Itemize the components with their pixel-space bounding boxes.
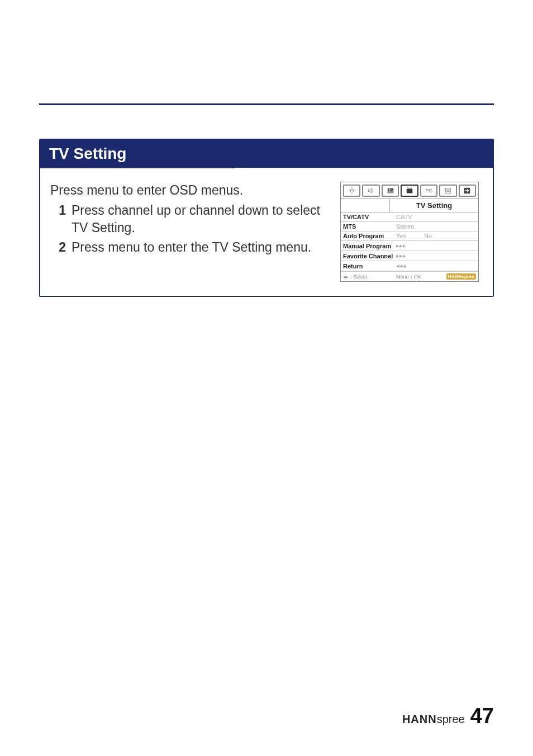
osd-tab-pc: PC [420,185,437,197]
osd-row-favorite-channel: Favorite Channel ▸▸▸ [341,251,478,261]
osd-label: Favorite Channel [343,253,396,259]
osd-value: Stereo [396,223,414,230]
osd-label: Auto Program [343,233,396,239]
step-item: 1 Press channel up or channel down to se… [50,202,326,237]
osd-row-auto-program: Auto Program Yes No [341,231,478,241]
svg-rect-7 [407,189,413,193]
osd-label: MTS [343,223,396,230]
osd-tab-row: PC [341,182,478,199]
osd-arrow-right-icon: ▸▸▸ [396,252,406,259]
osd-tab-sound-icon [362,185,379,197]
top-divider [39,103,494,105]
osd-row-manual-program: Manual Program ▸▸▸ [341,241,478,251]
osd-arrow-right-icon: ▸▸▸ [396,242,406,249]
section-title: TV Setting [40,139,235,168]
section-header-strip: TV Setting [40,140,493,168]
svg-line-8 [407,187,408,189]
svg-line-9 [411,187,412,189]
osd-arrow-left-icon: ◂◂◂ [396,262,406,270]
osd-screenshot: PC TV Setting TV/CATV C [340,182,479,282]
brand-part-1: HANN [402,713,437,725]
page-footer: HANNspree 47 [39,687,494,728]
svg-point-0 [350,189,353,192]
step-number: 2 [50,239,66,256]
osd-label: Return [343,263,396,270]
osd-row-return: Return ◂◂◂ [341,261,478,271]
osd-title: TV Setting [390,199,478,212]
osd-tab-brightness-icon [343,185,360,197]
osd-tab-picture-icon [382,185,399,197]
step-number: 1 [50,202,66,237]
osd-label: Manual Program [343,243,396,249]
osd-tab-tv-icon [401,185,418,197]
intro-text: Press menu to enter OSD menus. [50,182,326,199]
osd-footer-brand: HANNspree [446,273,476,280]
osd-value-2: No [424,233,432,239]
step-text: Press menu to enter the TV Setting menu. [72,239,326,256]
page-number: 47 [470,704,494,728]
osd-row-mts: MTS Stereo [341,222,478,231]
step-item: 2 Press menu to enter the TV Setting men… [50,239,326,256]
osd-value: CATV [396,214,412,220]
step-text: Press channel up or channel down to sele… [72,202,326,237]
svg-point-6 [388,189,390,191]
brand-logo: HANNspree [402,713,465,726]
osd-footer-menu: Menu ↕ OK [396,274,446,280]
brand-part-2: spree [437,713,465,725]
content-box: TV Setting Press menu to enter OSD menus… [39,139,494,297]
osd-label: TV/CATV [343,214,396,220]
osd-value: Yes [396,233,406,239]
osd-row-tv-catv: TV/CATV CATV [341,212,478,222]
osd-tab-pc-label: PC [425,188,432,193]
osd-select-arrows-icon: ◂▸ [343,274,349,280]
osd-footer: ◂▸ : Select Menu ↕ OK HANNspree [341,271,478,281]
osd-tab-option-icon [439,185,456,197]
instruction-column: Press menu to enter OSD menus. 1 Press c… [50,182,326,282]
osd-tab-exit-icon [459,185,476,197]
osd-footer-select: : Select [350,274,367,280]
